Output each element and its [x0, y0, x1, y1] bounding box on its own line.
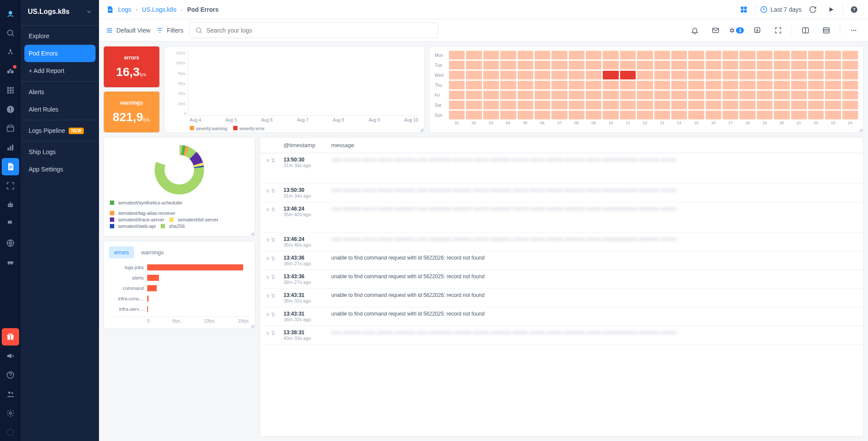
resize-handle[interactable] [420, 128, 423, 132]
log-row[interactable]: ≡⇅13:46:2435m 40s agoxxxx xxxxxxx xxxxx … [260, 233, 863, 251]
tab-errors[interactable]: errors [109, 247, 134, 258]
sidebar-item-explore[interactable]: Explore [21, 27, 99, 45]
alert-rail-icon[interactable] [2, 101, 19, 118]
svg-rect-4 [10, 69, 12, 70]
binoculars-rail-icon[interactable] [2, 63, 19, 80]
sidebar-item-app-settings[interactable]: App Settings [21, 161, 99, 178]
col-message[interactable]: message [331, 142, 857, 148]
expand-icon[interactable]: ⇅ [271, 207, 275, 213]
split-view-icon[interactable] [798, 23, 813, 38]
drag-icon[interactable]: ≡ [266, 207, 269, 213]
log-row[interactable]: ≡⇅13:43:3138m 32s agounable to find comm… [260, 289, 863, 307]
sidebar-item-alerts[interactable]: Alerts [21, 83, 99, 101]
expand-icon[interactable]: ⇅ [271, 158, 275, 164]
drag-icon[interactable]: ≡ [266, 274, 269, 280]
col-timestamp[interactable]: @timestamp [284, 142, 331, 148]
sidebar-item-pod-errors[interactable]: Pod Errors [24, 45, 96, 62]
expand-icon[interactable]: ⇅ [271, 256, 275, 262]
drag-icon[interactable]: ≡ [266, 237, 269, 243]
megaphone-rail-icon[interactable] [2, 347, 19, 365]
robot-rail-icon[interactable] [2, 196, 19, 214]
inbox-rail-icon[interactable] [2, 120, 19, 137]
resize-handle[interactable] [859, 128, 862, 132]
app-rail-icon[interactable] [2, 424, 19, 441]
dashboard-icon[interactable] [737, 3, 751, 16]
expand-icon[interactable]: ⇅ [271, 293, 275, 299]
gift-rail-icon[interactable] [2, 328, 19, 346]
default-view-label: Default View [116, 27, 150, 34]
default-view-button[interactable]: Default View [106, 27, 150, 34]
refresh-icon[interactable] [806, 3, 820, 16]
flag-rail-icon[interactable] [2, 215, 19, 233]
log-row[interactable]: ≡⇅13:50:3031m 34s agoxxxx xxxxxxx xxxxx … [260, 184, 863, 202]
expand-icon[interactable]: ⇅ [271, 188, 275, 194]
more-icon[interactable] [846, 23, 861, 38]
drag-icon[interactable]: ≡ [266, 312, 269, 318]
car-rail-icon[interactable] [2, 253, 19, 271]
drag-icon[interactable]: ≡ [266, 158, 269, 164]
main: Logs › US.Logs.k8s › Pod Errors Last 7 d… [99, 0, 868, 441]
log-row[interactable]: ≡⇅13:46:2435m 40s agoxxxx xxxxxxx xxxxx … [260, 202, 863, 233]
drag-icon[interactable]: ≡ [266, 330, 269, 336]
sidebar-item-logs-pipeline[interactable]: Logs Pipeline NEW [21, 122, 99, 139]
svg-rect-43 [109, 10, 112, 10]
resize-handle[interactable] [251, 232, 254, 235]
search-input[interactable] [206, 27, 432, 34]
heatmap-chart[interactable]: MonTueWedThuFriSatSun0102030405060708091… [429, 46, 864, 133]
globe-rail-icon[interactable] [2, 234, 19, 252]
donut-chart[interactable]: sematext/synthetics-schedulersematext/ta… [103, 137, 255, 237]
resize-handle[interactable] [251, 324, 254, 328]
crumb-space[interactable]: US.Logs.k8s [142, 6, 176, 13]
svg-rect-13 [12, 92, 13, 93]
crumb-logs[interactable]: Logs [118, 6, 131, 13]
search-rail-icon[interactable] [2, 24, 19, 42]
expand-icon[interactable]: ⇅ [271, 274, 275, 280]
expand-icon[interactable] [771, 23, 785, 38]
sidebar-space-selector[interactable]: US.Logs.k8s [21, 0, 99, 23]
kpi-warnings[interactable]: warnings 821,9tys. [103, 91, 160, 133]
settings-rail-icon[interactable] [2, 405, 19, 422]
svg-rect-44 [741, 7, 744, 9]
filter-icon [156, 27, 163, 34]
svg-point-26 [11, 205, 12, 206]
log-row[interactable]: ≡⇅13:43:3638m 27s agounable to find comm… [260, 270, 863, 289]
hbar-chart[interactable]: errorswarnings logs-jobsalertscommandinf… [103, 241, 255, 329]
timeline-chart[interactable]: 12tys.10tys.8tys.6tys.4tys.2tys.0 Aug 4A… [164, 46, 425, 133]
drag-icon[interactable]: ≡ [266, 188, 269, 194]
log-row[interactable]: ≡⇅13:43:3138m 32s agounable to find comm… [260, 307, 863, 326]
people-rail-icon[interactable] [2, 385, 19, 403]
drag-icon[interactable]: ≡ [266, 256, 269, 262]
divider [21, 25, 99, 26]
logo-icon[interactable] [2, 5, 19, 23]
bell-icon[interactable] [687, 23, 702, 38]
log-table: @timestamp message ≡⇅13:50:3031m 34s ago… [260, 137, 864, 437]
logs-rail-icon[interactable] [2, 158, 19, 175]
chart-rail-icon[interactable] [2, 139, 19, 156]
grid-rail-icon[interactable] [2, 82, 19, 99]
expand-icon[interactable]: ⇅ [271, 312, 275, 318]
play-icon[interactable] [824, 3, 838, 16]
log-row[interactable]: ≡⇅13:43:3638m 27s agounable to find comm… [260, 251, 863, 270]
filters-button[interactable]: Filters [156, 27, 183, 34]
sidebar-item-alert-rules[interactable]: Alert Rules [21, 101, 99, 118]
tab-warnings[interactable]: warnings [136, 247, 169, 258]
log-row[interactable]: ≡⇅13:50:3031m 34s agoxxxx xxxxxxx xxxxx … [260, 153, 863, 184]
expand-icon[interactable]: ⇅ [271, 237, 275, 243]
sidebar-item-ship-logs[interactable]: Ship Logs [21, 143, 99, 161]
sidebar-item-add-report[interactable]: + Add Report [21, 62, 99, 79]
timerange-picker[interactable]: Last 7 days [760, 6, 802, 13]
anomaly-icon[interactable]: 3 [729, 23, 744, 38]
drag-icon[interactable]: ≡ [266, 293, 269, 299]
expand-icon[interactable]: ⇅ [271, 330, 275, 336]
list-view-icon[interactable] [819, 23, 834, 38]
search-box[interactable] [189, 23, 438, 38]
kpi-errors[interactable]: errors 16,3tys. [103, 46, 160, 88]
help-rail-icon[interactable] [2, 366, 19, 384]
help-icon[interactable]: ? [847, 3, 861, 16]
rocket-rail-icon[interactable] [2, 43, 19, 61]
mail-icon[interactable] [708, 23, 723, 38]
download-icon[interactable] [750, 23, 765, 38]
fullscreen-rail-icon[interactable] [2, 177, 19, 194]
log-row[interactable]: ≡⇅13:38:3143m 33s agoxxxx xxxxxxx xxxxx … [260, 326, 863, 345]
topbar: Logs › US.Logs.k8s › Pod Errors Last 7 d… [99, 0, 868, 19]
